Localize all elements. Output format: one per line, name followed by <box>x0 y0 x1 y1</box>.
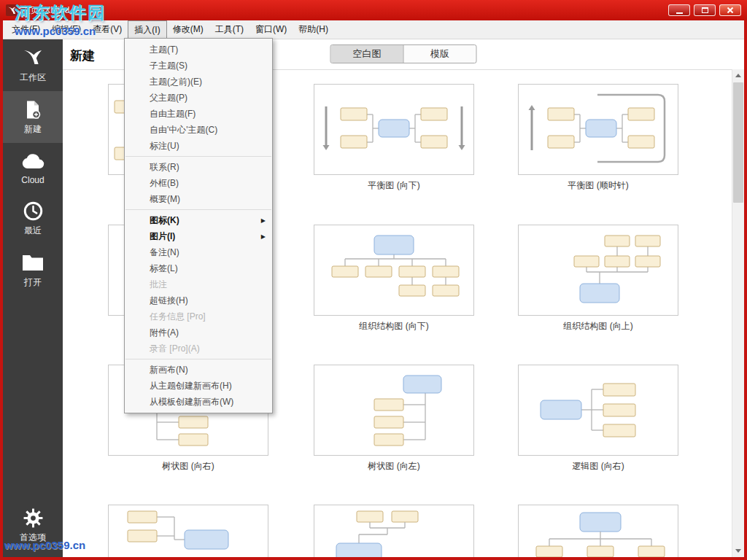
menu-separator <box>125 156 271 157</box>
tab-templates[interactable]: 模版 <box>403 45 476 63</box>
menu-item-label: 任务信息 [Pro] <box>150 311 206 323</box>
insert-menu-item-parent-topic[interactable]: 父主题(P) <box>125 90 272 106</box>
insert-menu-item-hyperlink[interactable]: 超链接(H) <box>125 292 272 308</box>
menubar-item-modify[interactable]: 修改(M) <box>167 20 209 39</box>
window-border-left <box>0 20 3 560</box>
menubar: 文件(F)编辑(E)查看(V)插入(I)修改(M)工具(T)窗口(W)帮助(H) <box>3 20 744 39</box>
sidebar-item-recent[interactable]: 最近 <box>3 192 63 244</box>
menu-item-label: 从主题创建新画布(H) <box>150 380 232 392</box>
xmind-logo-icon <box>23 47 43 68</box>
menu-item-label: 主题(之前)(E) <box>150 76 202 88</box>
view-tabs: 空白图 模版 <box>330 44 477 63</box>
sidebar-item-label: Cloud <box>21 175 44 185</box>
template-card-org-up[interactable] <box>518 225 678 316</box>
xmind-window: 主页 -XMind 文件(F)编辑(E)查看(V)插入(I)修改(M)工具(T)… <box>0 0 747 560</box>
menu-item-label: 外框(B) <box>150 177 179 190</box>
menu-item-label: 自由主题(F) <box>150 108 196 120</box>
insert-menu-item-topic-before[interactable]: 主题(之前)(E) <box>125 74 272 90</box>
insert-menu-item-relationship[interactable]: 联系(R) <box>125 159 272 175</box>
tab-blank-map[interactable]: 空白图 <box>331 45 403 63</box>
menubar-item-insert[interactable]: 插入(I) <box>128 20 166 39</box>
menu-item-label: 图片(I) <box>150 230 175 243</box>
clock-icon <box>23 201 43 221</box>
gear-icon <box>23 508 43 528</box>
menubar-item-tools[interactable]: 工具(T) <box>209 20 249 39</box>
sidebar-item-label: 打开 <box>24 276 42 289</box>
menu-item-label: 从模板创建新画布(W) <box>150 396 233 408</box>
insert-menu-item-summary[interactable]: 概要(M) <box>125 191 272 207</box>
menubar-item-help[interactable]: 帮助(H) <box>293 20 334 39</box>
scroll-up-button[interactable] <box>732 69 744 82</box>
insert-menu-item-comments: 批注 <box>125 276 272 292</box>
template-card-balance-clockwise[interactable] <box>518 84 678 175</box>
menubar-item-window[interactable]: 窗口(W) <box>249 20 293 39</box>
insert-menu-item-subtopic[interactable]: 子主题(S) <box>125 58 272 74</box>
folder-icon <box>22 252 44 273</box>
template-card-org-down[interactable] <box>314 225 474 316</box>
menu-item-label: 图标(K) <box>150 214 179 227</box>
scrollbar-thumb[interactable] <box>733 82 743 203</box>
sidebar: 工作区新建Cloud最近打开 首选项 <box>3 39 63 557</box>
menu-item-label: 批注 <box>150 279 167 291</box>
insert-menu-item-floating-central-topic[interactable]: 自由'中心'主题(C) <box>125 122 272 138</box>
template-caption: 组织结构图 (向上) <box>518 320 678 332</box>
insert-menu-item-label[interactable]: 标签(L) <box>125 260 272 276</box>
insert-menu-item-floating-topic[interactable]: 自由主题(F) <box>125 106 272 122</box>
maximize-icon <box>702 7 708 13</box>
sidebar-item-workspace[interactable]: 工作区 <box>3 39 63 91</box>
insert-menu-item-image[interactable]: 图片(I)▶ <box>125 228 272 244</box>
close-button[interactable] <box>719 4 741 16</box>
insert-menu-item-task-info: 任务信息 [Pro] <box>125 308 272 324</box>
menu-item-label: 附件(A) <box>150 327 179 339</box>
template-caption: 组织结构图 (向下) <box>314 320 474 332</box>
window-controls <box>668 4 741 16</box>
sidebar-item-cloud[interactable]: Cloud <box>3 143 63 192</box>
menu-item-label: 备注(N) <box>150 246 179 259</box>
insert-menu-item-callout[interactable]: 标注(U) <box>125 138 272 154</box>
triangle-up-icon <box>735 74 741 77</box>
close-icon <box>727 7 734 14</box>
insert-menu-item-new-sheet-from-template[interactable]: 从模板创建新画布(W) <box>125 394 272 410</box>
maximize-button[interactable] <box>694 4 716 16</box>
menu-separator <box>125 359 271 359</box>
menu-separator <box>125 209 271 210</box>
insert-menu-item-notes[interactable]: 备注(N) <box>125 244 272 260</box>
sidebar-item-preferences[interactable]: 首选项 <box>3 499 63 551</box>
minimize-button[interactable] <box>668 4 690 16</box>
insert-menu-item-topic[interactable]: 主题(T) <box>125 42 272 58</box>
sidebar-item-new[interactable]: 新建 <box>3 91 63 143</box>
template-card-partial-3[interactable] <box>518 505 678 557</box>
insert-menu: 主题(T)子主题(S)主题(之前)(E)父主题(P)自由主题(F)自由'中心'主… <box>124 38 273 413</box>
submenu-arrow-icon: ▶ <box>261 217 266 224</box>
menu-item-label: 标注(U) <box>150 140 179 152</box>
insert-menu-item-new-sheet[interactable]: 新画布(N) <box>125 362 272 378</box>
menu-item-label: 自由'中心'主题(C) <box>150 124 217 136</box>
menubar-item-view[interactable]: 查看(V) <box>87 20 128 39</box>
template-card-partial-2[interactable] <box>314 505 474 557</box>
window-border-bottom <box>0 557 747 560</box>
template-card-balance-down[interactable] <box>314 84 474 175</box>
menubar-item-edit[interactable]: 编辑(E) <box>46 20 87 39</box>
template-card-tree-left[interactable] <box>314 365 474 456</box>
template-caption: 逻辑图 (向右) <box>518 460 678 472</box>
template-card-logic-right[interactable] <box>518 365 678 456</box>
insert-menu-item-attachment[interactable]: 附件(A) <box>125 324 272 341</box>
vertical-scrollbar[interactable] <box>732 69 744 557</box>
sidebar-item-label: 新建 <box>24 123 42 136</box>
sidebar-item-open[interactable]: 打开 <box>3 244 63 296</box>
insert-menu-item-boundary[interactable]: 外框(B) <box>125 175 272 191</box>
insert-menu-item-marker[interactable]: 图标(K)▶ <box>125 212 272 228</box>
page-title: 新建 <box>70 47 95 64</box>
triangle-down-icon <box>735 549 741 553</box>
menu-item-label: 联系(R) <box>150 161 179 174</box>
menubar-item-file[interactable]: 文件(F) <box>6 20 46 39</box>
scroll-down-button[interactable] <box>732 545 744 557</box>
menu-item-label: 父主题(P) <box>150 92 187 104</box>
menu-item-label: 新画布(N) <box>150 364 188 376</box>
menu-item-label: 录音 [Pro](A) <box>150 343 200 355</box>
template-caption: 平衡图 (向下) <box>314 179 474 192</box>
template-card-partial-1[interactable] <box>108 505 268 557</box>
new-document-icon <box>24 99 42 120</box>
insert-menu-item-new-sheet-from-topic[interactable]: 从主题创建新画布(H) <box>125 378 272 394</box>
titlebar: 主页 -XMind <box>0 0 747 20</box>
